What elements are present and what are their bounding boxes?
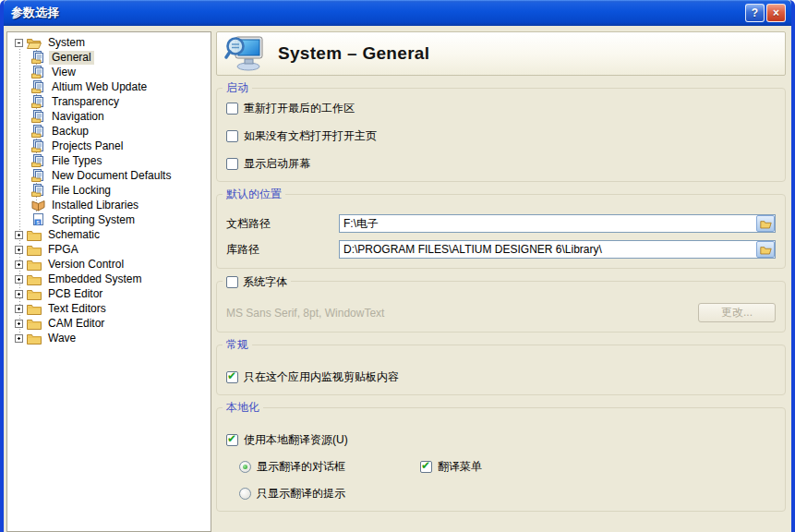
system-font-checkbox[interactable] — [226, 276, 238, 288]
page-icon — [31, 95, 45, 108]
expand-icon[interactable] — [15, 260, 23, 269]
page-icon — [31, 184, 45, 197]
translated-tips-label: 只显示翻译的提示 — [257, 486, 345, 502]
translated-dialogs-radio[interactable] — [239, 461, 251, 473]
tree-item-pcb-editor[interactable]: PCB Editor — [7, 286, 211, 301]
page-icon — [31, 125, 45, 138]
general-section: 常规 只在这个应用内监视剪贴板内容 — [216, 345, 786, 395]
tree-item-embedded-system[interactable]: Embedded System — [7, 272, 211, 286]
translated-dialogs-label: 显示翻译的对话框 — [257, 459, 345, 475]
startup-option-row: 显示启动屏幕 — [226, 156, 776, 172]
folder-closed-icon — [27, 288, 42, 300]
default-locations-section: 默认的位置 文档路径 库路径 — [216, 194, 786, 269]
expand-icon[interactable] — [15, 246, 23, 254]
settings-panel: System – General 启动 重新打开最后的工作区如果没有文档打开打开… — [216, 31, 786, 532]
expand-icon[interactable] — [15, 320, 23, 328]
folder-icon — [760, 219, 772, 229]
tree-item-label: File Locking — [49, 184, 114, 198]
tree-item-label: View — [49, 66, 78, 79]
localization-section-title: 本地化 — [223, 401, 263, 415]
expand-icon[interactable] — [15, 275, 23, 284]
startup-option-checkbox[interactable] — [226, 130, 238, 142]
close-button[interactable]: × — [766, 4, 786, 22]
tree-item-scripting-system[interactable]: SScripting System — [7, 212, 211, 227]
tree-item-projects-panel[interactable]: Projects Panel — [7, 139, 211, 153]
tree-item-fpga[interactable]: FPGA — [7, 242, 211, 257]
system-font-section: 系统字体 MS Sans Serif, 8pt, WindowText 更改..… — [216, 281, 786, 332]
preferences-tree[interactable]: SystemGeneralViewAltium Web UpdateTransp… — [6, 31, 211, 532]
tree-item-backup[interactable]: Backup — [7, 124, 211, 139]
tree-item-transparency[interactable]: Transparency — [7, 94, 211, 109]
use-translations-checkbox[interactable] — [226, 434, 238, 446]
tree-item-general[interactable]: General — [7, 50, 211, 65]
tree-item-label: Embedded System — [45, 272, 144, 286]
folder-closed-icon — [27, 244, 42, 256]
tree-item-label: PCB Editor — [45, 287, 105, 301]
tree-item-schematic[interactable]: Schematic — [7, 227, 211, 242]
tree-item-label: Altium Web Update — [49, 80, 150, 94]
startup-option-row: 如果没有文档打开打开主页 — [226, 128, 776, 144]
translate-menus-checkbox[interactable] — [420, 461, 432, 473]
browse-folder-button[interactable] — [756, 215, 775, 232]
tree-item-label: FPGA — [45, 243, 81, 257]
expand-icon[interactable] — [15, 290, 23, 298]
library-path-row: 库路径 — [226, 240, 776, 259]
use-translations-label: 使用本地翻译资源(U) — [244, 432, 348, 448]
tree-item-label: Transparency — [49, 95, 122, 109]
tree-item-new-document-defaults[interactable]: New Document Defaults — [7, 168, 211, 183]
localization-section: 本地化 使用本地翻译资源(U) 显示翻译的对话框 翻译菜单 — [216, 407, 786, 512]
startup-option-checkbox[interactable] — [226, 103, 238, 115]
page-icon — [31, 139, 45, 152]
tree-item-label: Projects Panel — [49, 139, 126, 153]
library-path-input[interactable] — [339, 240, 776, 259]
folder-closed-icon — [27, 303, 42, 315]
titlebar[interactable]: 参数选择 ? × — [4, 0, 791, 26]
expand-icon[interactable] — [15, 334, 23, 343]
monitor-clipboard-checkbox[interactable] — [226, 371, 238, 383]
folder-closed-icon — [27, 259, 42, 271]
svg-text:S: S — [36, 220, 40, 225]
monitor-clipboard-label: 只在这个应用内监视剪贴板内容 — [244, 369, 399, 385]
page-icon — [31, 51, 45, 64]
tree-item-text-editors[interactable]: Text Editors — [7, 301, 211, 316]
help-button[interactable]: ? — [745, 4, 765, 22]
tree-item-view[interactable]: View — [7, 65, 211, 79]
expand-icon[interactable] — [15, 231, 23, 239]
page-icon — [31, 169, 45, 182]
default-locations-title: 默认的位置 — [223, 187, 285, 201]
collapse-icon[interactable] — [15, 39, 23, 47]
startup-section-title: 启动 — [223, 81, 252, 95]
document-path-row: 文档路径 — [226, 214, 776, 233]
tree-item-label: Schematic — [45, 228, 102, 242]
document-path-input[interactable] — [339, 214, 776, 233]
folder-closed-icon — [27, 273, 42, 285]
expand-icon[interactable] — [15, 305, 23, 313]
tree-item-file-types[interactable]: File Types — [7, 153, 211, 168]
startup-option-checkbox[interactable] — [226, 158, 238, 170]
startup-option-label: 重新打开最后的工作区 — [244, 101, 355, 116]
tree-item-cam-editor[interactable]: CAM Editor — [7, 316, 211, 331]
tree-item-version-control[interactable]: Version Control — [7, 257, 211, 272]
tree-item-wave[interactable]: Wave — [7, 331, 211, 345]
tree-item-label: Text Editors — [45, 302, 109, 316]
tree-item-altium-web-update[interactable]: Altium Web Update — [7, 79, 211, 94]
tree-item-label: File Types — [49, 154, 104, 168]
general-section-title: 常规 — [223, 338, 252, 352]
tree-item-label: Installed Libraries — [49, 199, 141, 212]
system-font-label: 系统字体 — [243, 274, 287, 290]
window-title: 参数选择 — [11, 5, 743, 21]
tree-item-navigation[interactable]: Navigation — [7, 109, 211, 124]
folder-open-icon — [27, 37, 42, 49]
document-path-label: 文档路径 — [226, 216, 339, 232]
page-title: System – General — [278, 43, 429, 64]
tree-item-system[interactable]: System — [7, 35, 211, 50]
library-path-label: 库路径 — [226, 242, 339, 258]
tree-item-installed-libraries[interactable]: Installed Libraries — [7, 198, 211, 212]
library-icon — [31, 199, 45, 212]
change-font-button[interactable]: 更改... — [698, 303, 776, 322]
tree-item-label: CAM Editor — [45, 317, 107, 331]
tree-item-file-locking[interactable]: File Locking — [7, 183, 211, 198]
tree-item-label: Navigation — [49, 110, 107, 124]
browse-folder-button[interactable] — [756, 241, 775, 258]
translated-tips-radio[interactable] — [239, 488, 251, 500]
